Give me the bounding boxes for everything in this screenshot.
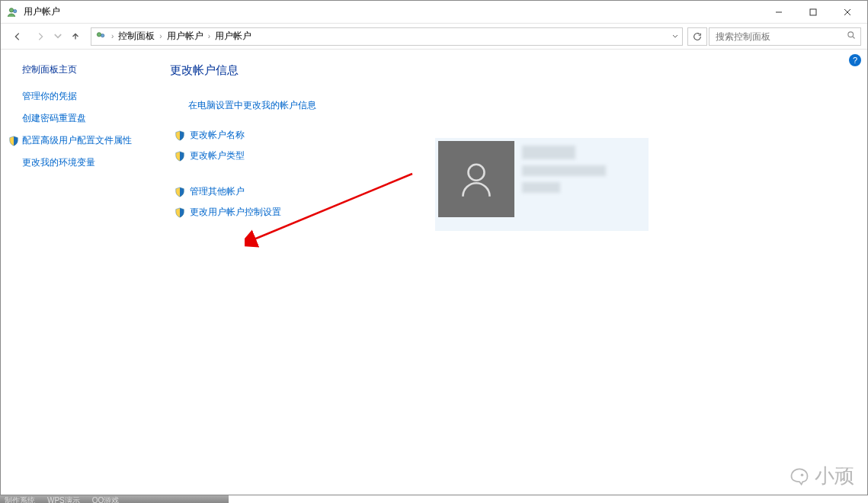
sidebar-credentials-link[interactable]: 管理你的凭据	[22, 90, 153, 103]
maximize-button[interactable]	[796, 2, 830, 23]
page-heading: 更改帐户信息	[170, 63, 860, 78]
recent-dropdown-button[interactable]	[53, 27, 63, 46]
sidebar-profile-props-link[interactable]: 配置高级用户配置文件属性	[8, 134, 153, 147]
sidebar-item-label: 更改我的环境变量	[22, 156, 95, 169]
desktop-taskbar-sliver: 制作系统 WPS演示 QQ游戏	[0, 495, 229, 503]
search-box[interactable]	[709, 27, 861, 46]
users-app-icon	[7, 6, 19, 18]
sidebar: 控制面板主页 管理你的凭据 创建密码重置盘 配置高级用户配置文件属性 更改我的环…	[1, 50, 161, 495]
user-accounts-window: 用户帐户 › 控制面板 ›	[0, 0, 868, 495]
window-title: 用户帐户	[24, 5, 60, 18]
up-button[interactable]	[65, 27, 86, 46]
link-label: 更改用户帐户控制设置	[190, 206, 281, 219]
shield-icon	[175, 207, 185, 218]
svg-point-7	[101, 34, 104, 37]
close-button[interactable]	[830, 2, 864, 23]
titlebar: 用户帐户	[1, 1, 867, 24]
pc-settings-link[interactable]: 在电脑设置中更改我的帐户信息	[188, 99, 860, 112]
link-label: 在电脑设置中更改我的帐户信息	[188, 99, 316, 112]
chevron-right-icon: ›	[208, 32, 210, 40]
forward-button[interactable]	[30, 27, 51, 46]
chevron-right-icon: ›	[159, 32, 162, 40]
svg-point-8	[848, 32, 854, 37]
desktop-item: WPS演示	[47, 495, 80, 503]
shield-icon	[175, 130, 185, 141]
users-path-icon	[94, 30, 107, 43]
back-button[interactable]	[7, 27, 28, 46]
svg-point-0	[9, 8, 13, 11]
sidebar-item-label: 管理你的凭据	[22, 90, 77, 103]
refresh-button[interactable]	[687, 27, 707, 46]
link-label: 更改帐户名称	[190, 129, 245, 142]
svg-point-1	[14, 9, 17, 12]
shield-icon	[8, 136, 19, 146]
user-info-blurred	[517, 138, 649, 207]
shield-icon	[175, 151, 185, 162]
svg-point-6	[97, 32, 101, 36]
address-dropdown[interactable]	[671, 33, 679, 40]
sidebar-home-link[interactable]: 控制面板主页	[22, 63, 153, 76]
breadcrumb-leaf[interactable]: 用户帐户	[215, 30, 251, 43]
link-label: 更改帐户类型	[190, 149, 245, 162]
search-input[interactable]	[714, 30, 842, 43]
user-card	[435, 138, 649, 231]
sidebar-item-label: 配置高级用户配置文件属性	[22, 134, 132, 147]
link-label: 管理其他帐户	[190, 185, 245, 198]
chevron-right-icon: ›	[111, 32, 114, 40]
main-panel: 更改帐户信息 在电脑设置中更改我的帐户信息 更改帐户名称 更改帐户类型 管理其他	[161, 50, 867, 495]
sidebar-item-label: 创建密码重置盘	[22, 112, 86, 125]
address-bar[interactable]: › 控制面板 › 用户帐户 › 用户帐户	[91, 27, 683, 46]
user-avatar	[438, 141, 514, 217]
breadcrumb-root[interactable]: 控制面板	[118, 30, 155, 43]
sidebar-env-vars-link[interactable]: 更改我的环境变量	[22, 156, 153, 169]
svg-point-10	[469, 165, 485, 181]
search-icon[interactable]	[847, 30, 856, 42]
navigation-bar: › 控制面板 › 用户帐户 › 用户帐户	[1, 24, 867, 50]
content-area: ? 控制面板主页 管理你的凭据 创建密码重置盘 配置高级用户配置文件属性 更改我…	[1, 50, 867, 495]
sidebar-reset-disk-link[interactable]: 创建密码重置盘	[22, 112, 153, 125]
svg-rect-3	[810, 9, 816, 15]
desktop-item: 制作系统	[5, 495, 35, 503]
svg-line-9	[853, 37, 854, 38]
shield-icon	[175, 187, 185, 197]
minimize-button[interactable]	[761, 2, 796, 23]
desktop-item: QQ游戏	[92, 495, 120, 503]
breadcrumb-mid[interactable]: 用户帐户	[167, 30, 203, 43]
window-buttons	[761, 2, 864, 23]
